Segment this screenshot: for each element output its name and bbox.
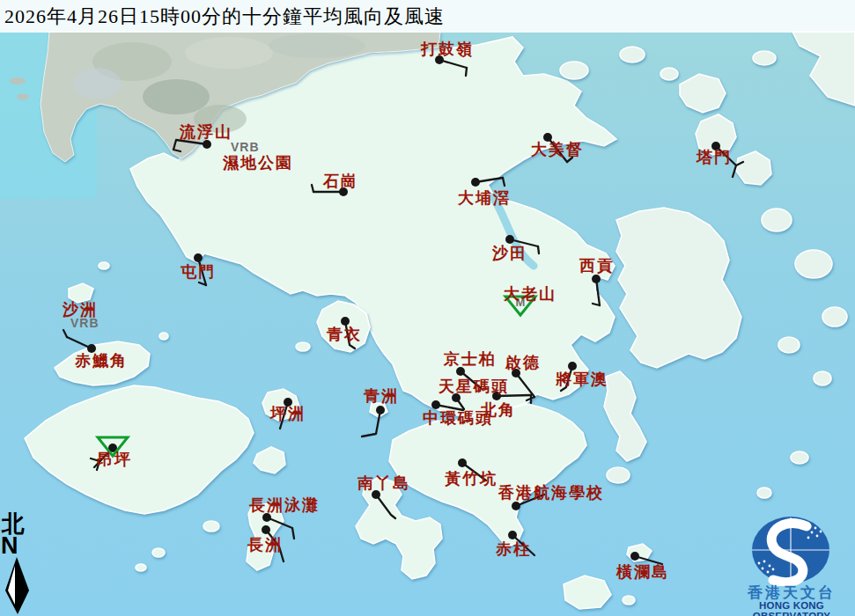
north-letter: N (1, 534, 18, 558)
station-dot-wong-chuk-hang (458, 458, 467, 467)
island (778, 337, 800, 353)
island (203, 521, 219, 532)
island (757, 488, 771, 498)
station-dot-tseung-kwan-o (568, 362, 577, 370)
station-dot-cheung-chau (262, 525, 270, 534)
island (762, 209, 792, 231)
station-dot-hk-sea-school (512, 502, 520, 510)
station-dot-tsing-yi (341, 317, 350, 326)
urban-patch (194, 105, 247, 133)
island (620, 47, 645, 62)
station-dot-tuen-mun (194, 253, 203, 262)
wind-barb-north-point (497, 395, 531, 396)
triangle-letter-tates-cairn: M (516, 296, 526, 309)
station-dot-kai-tak (512, 369, 520, 378)
island (159, 333, 168, 340)
station-dot-star-ferry (452, 393, 461, 402)
station-dot-chek-lap-kok (87, 344, 96, 353)
wind-barb-sha-tin (538, 246, 539, 253)
hko-logo-chinese: 香港天文台 (729, 585, 854, 600)
station-dot-tap-mun (711, 142, 720, 150)
island (136, 564, 146, 571)
station-dot-ta-kwu-ling (435, 55, 444, 64)
station-dot-sha-tin (505, 235, 514, 244)
hko-logo-icon (729, 514, 854, 586)
station-dot-peng-chau (284, 398, 292, 407)
station-dot-central-pier (431, 400, 440, 409)
wind-map-screen: M 打鼓嶺流浮山濕地公園VRB石崗大美督塔門大埔滘沙田西貢大老山屯門沙洲VRB赤… (0, 0, 855, 616)
island (152, 548, 165, 557)
station-dot-lamma-island (372, 490, 380, 499)
urban-patch (269, 33, 365, 58)
island (822, 307, 847, 326)
hko-logo-english: HONG KONG OBSERVATORY (729, 601, 854, 616)
island (17, 94, 29, 100)
urban-patch (72, 68, 122, 99)
station-dot-stanley (508, 531, 517, 539)
station-dot-north-point (492, 392, 501, 400)
station-dot-shek-kong (339, 187, 348, 196)
island (660, 68, 678, 80)
island (791, 451, 808, 464)
urban-patch (143, 79, 210, 114)
station-dot-green-island (376, 406, 385, 414)
island (560, 62, 588, 79)
hko-logo: 香港天文台 HONG KONG OBSERVATORY (729, 514, 854, 616)
north-indicator: 北 N (0, 513, 41, 616)
station-dot-tai-po-kau (471, 178, 480, 187)
island (99, 262, 109, 269)
station-dot-waglan-island (630, 552, 639, 561)
north-arrow-icon (3, 557, 31, 615)
island (814, 371, 831, 385)
island (607, 467, 630, 483)
wind-barb-ta-kwu-ling (466, 68, 467, 76)
title-bar: 2026年4月26日15時00分的十分鐘平均風向及風速 (0, 0, 855, 33)
station-dot-sai-kung (592, 275, 601, 283)
island (10, 77, 26, 84)
island (753, 51, 776, 65)
station-dot-tai-mei-tuk (543, 133, 552, 142)
island (623, 596, 635, 605)
island-ma-wan (296, 342, 310, 351)
station-dot-kings-park (456, 367, 465, 376)
station-dot-cheung-chau-beach (262, 513, 271, 522)
island (795, 250, 832, 278)
urban-patch (185, 37, 273, 69)
map-title: 2026年4月26日15時00分的十分鐘平均風向及風速 (0, 4, 445, 30)
station-dot-lau-fau-shan (203, 140, 211, 149)
hong-kong-map: M (0, 0, 855, 616)
